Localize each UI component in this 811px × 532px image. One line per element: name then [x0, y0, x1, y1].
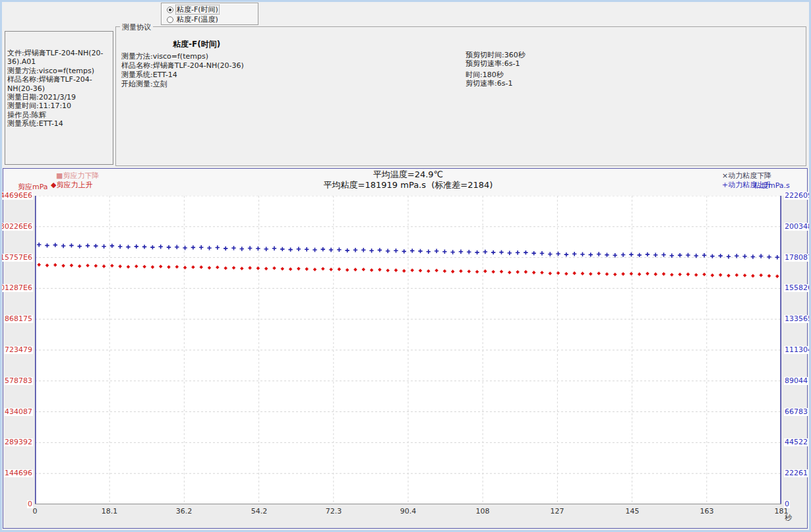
right-axis-tick-label: 0 [784, 500, 790, 508]
legend-shear-stress-up: ◆剪应力上升 [51, 180, 92, 190]
x-axis-tick-label: 145 [626, 507, 640, 516]
left-axis-tick-label: .44696E6 [0, 192, 33, 200]
legend-shear-stress-down: ■剪应力下降 [56, 171, 99, 181]
x-axis-tick-label: 127 [551, 507, 564, 516]
radio-button-icon[interactable] [167, 7, 173, 13]
system-line: 测量系统:ETT-14 [7, 119, 111, 128]
date-line: 测量日期:2021/3/19 [7, 93, 111, 102]
x-axis-tick-label: 54.2 [251, 507, 268, 516]
protocol-start: 开始测量:立刻 [121, 80, 244, 89]
plus-marker-icon: + [722, 181, 728, 189]
x-marker-icon: × [722, 171, 728, 180]
time-line: 测量时间:11:17:10 [7, 102, 111, 110]
x-axis-tick-label: 72.3 [326, 507, 342, 516]
protocol-method: 测量方法:visco=f(temps) [121, 52, 244, 61]
x-axis-tick-label: 90.4 [400, 507, 417, 516]
right-axis-tick-label: 111304 [784, 346, 811, 354]
viscometer-app-window: 粘度-F(时间) 粘度-F(温度) 文件:焊锡膏TLF-204-NH(20-36… [0, 0, 811, 532]
shear-time: 时间:180秒 [466, 71, 512, 79]
viscosity-time-plot [35, 196, 781, 504]
left-axis-tick-label: 289392 [4, 438, 33, 446]
legend-label: 剪应力下降 [63, 171, 99, 180]
sample-name-line: 样品名称:焊锡膏TLF-204-NH(20-36) [7, 75, 111, 93]
radio-viscosity-temperature[interactable]: 粘度-F(温度) [167, 15, 258, 24]
protocol-shear-block: 时间:180秒 剪切速率:6s-1 [466, 71, 512, 88]
right-axis-tick-label: 222609 [784, 192, 811, 200]
x-axis-tick-label: 0 [33, 507, 38, 516]
legend-label: 剪应力上升 [56, 181, 92, 189]
protocol-left-column: 测量方法:visco=f(temps) 样品名称:焊锡膏TLF-204-NH(2… [121, 52, 244, 89]
x-axis-tick-label: 18.1 [102, 507, 118, 516]
left-axis-tick-label: 0 [27, 500, 33, 508]
right-axis-tick-label: 178087 [784, 254, 811, 262]
x-axis-tick-label: 36.2 [176, 507, 193, 516]
protocol-sample: 样品名称:焊锡膏TLF-204-NH(20-36) [121, 61, 244, 71]
right-axis-tick-label: 44522 [784, 438, 808, 446]
protocol-title: 粘度-F(时间) [173, 39, 220, 50]
chart-title-viscosity: 平均粘度=181919 mPa.s (标准差=2184) [224, 179, 592, 191]
left-axis-title: 剪应mPa [18, 182, 48, 192]
shear-rate: 剪切速率:6s-1 [466, 79, 512, 88]
left-axis-tick-label: 144696 [4, 469, 33, 477]
legend-viscosity-down: ×动力粘度下降 [722, 171, 771, 181]
preshear-time: 预剪切时间:360秒 [466, 51, 526, 59]
legend-label: 动力粘度下降 [728, 171, 771, 180]
x-axis-tick-label: 108 [476, 507, 490, 516]
left-axis-tick-label: .30226E6 [0, 223, 33, 231]
measurement-protocol-groupbox: 测量协议 粘度-F(时间) 测量方法:visco=f(temps) 样品名称:焊… [115, 26, 806, 166]
radio-button-icon[interactable] [167, 16, 173, 23]
radio-label[interactable]: 粘度-F(时间) [176, 5, 219, 14]
mode-select-panel: 粘度-F(时间) 粘度-F(温度) [161, 3, 258, 25]
measurement-info-box: 文件:焊锡膏TLF-204-NH(20-36).A01 测量方法:visco=f… [5, 31, 113, 165]
protocol-preshear-block: 预剪切时间:360秒 预剪切速率:6s-1 [466, 51, 526, 68]
right-axis-title: 粘度mPa.s [754, 181, 790, 191]
radio-viscosity-time[interactable]: 粘度-F(时间) [167, 5, 258, 15]
preshear-rate: 预剪切速率:6s-1 [466, 59, 526, 68]
left-axis-tick-label: .01287E6 [0, 284, 33, 292]
right-axis-tick-label: 200348 [784, 223, 811, 231]
x-axis-tick-label: 163 [700, 507, 714, 516]
left-axis-tick-label: 723479 [4, 346, 33, 354]
method-line: 测量方法:visco=f(temps) [7, 67, 111, 75]
right-axis-tick-label: 66783 [784, 408, 808, 416]
left-axis-tick-label: 868175 [4, 315, 33, 323]
square-marker-icon: ■ [56, 171, 63, 180]
right-axis-tick-label: 22261 [784, 469, 808, 477]
right-axis-tick-label: 89044 [784, 377, 808, 385]
left-axis-tick-label: 434087 [4, 408, 33, 416]
groupbox-label: 测量协议 [120, 22, 153, 32]
right-axis-tick-label: 155826 [784, 284, 811, 292]
radio-label[interactable]: 粘度-F(温度) [176, 15, 219, 24]
left-axis-tick-label: .15757E6 [0, 254, 33, 262]
right-axis-tick-label: 133565 [784, 315, 811, 323]
left-axis-tick-label: 578783 [4, 377, 33, 385]
file-name-line: 文件:焊锡膏TLF-204-NH(20-36).A01 [7, 49, 111, 67]
protocol-system: 测量系统:ETT-14 [121, 71, 244, 80]
operator-line: 操作员:陈辉 [7, 111, 111, 119]
